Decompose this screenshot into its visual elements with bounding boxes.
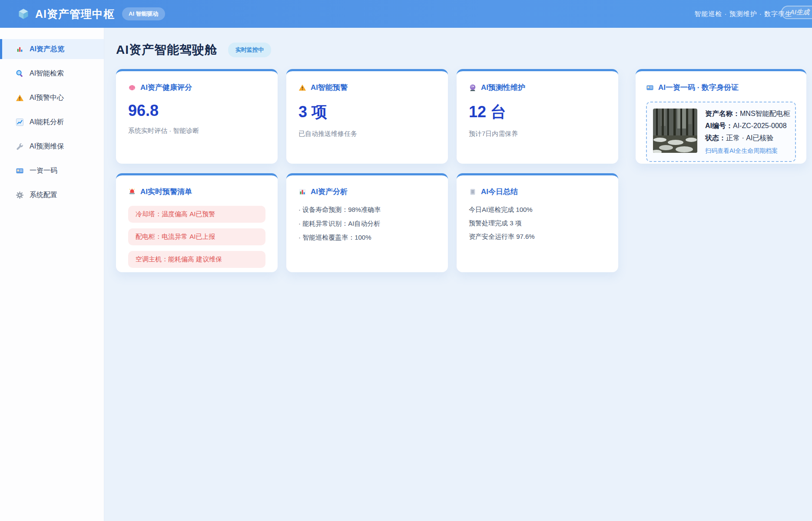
- app-title: AI资产管理中枢: [35, 7, 115, 21]
- card-title: AI一资一码 · 数字身份证: [646, 82, 796, 92]
- id-card-icon: [16, 167, 24, 175]
- analysis-item: 设备寿命预测：98%准确率: [298, 206, 436, 214]
- field-label: 状态：: [705, 134, 726, 142]
- health-score-card: AI资产健康评分 96.8 系统实时评估 · 智能诊断: [116, 69, 278, 164]
- sidebar-item-label: 一资一码: [30, 166, 57, 175]
- asset-analysis-card: AI资产分析 设备寿命预测：98%准确率 能耗异常识别：AI自动分析 智能巡检覆…: [286, 173, 448, 272]
- field-label: 资产名称：: [705, 110, 740, 117]
- card-title: AI今日总结: [469, 187, 606, 197]
- sidebar-item-system-config[interactable]: 系统配置: [0, 185, 104, 205]
- predictive-maintenance-card: AI预测性维护 12 台 预计7日内需保养: [457, 69, 618, 164]
- card-title-label: AI智能预警: [311, 82, 348, 92]
- card-title-label: AI资产分析: [311, 187, 348, 197]
- card-title-label: AI实时预警清单: [140, 187, 192, 197]
- identity-dashed-box: 资产名称：MNS智能配电柜 AI编号：AI-ZC-2025-0008 状态：正常…: [646, 102, 796, 162]
- brand: AI资产管理中枢 AI 智能驱动: [17, 7, 165, 21]
- cards-row-2: AI实时预警清单 冷却塔：温度偏高 AI已预警 配电柜：电流异常 AI已上报 空…: [116, 173, 812, 272]
- sidebar-item-asset-overview[interactable]: AI资产总览: [0, 39, 104, 59]
- bar-chart-icon: [16, 45, 24, 53]
- sidebar-item-label: AI资产总览: [30, 45, 64, 54]
- id-card-icon: [646, 84, 654, 92]
- daily-summary-card: AI今日总结 今日AI巡检完成 100% 预警处理完成 3 项 资产安全运行率 …: [457, 173, 618, 272]
- card-title-label: AI今日总结: [481, 187, 518, 197]
- ai-driven-badge: AI 智能驱动: [122, 7, 165, 20]
- page-title: AI资产智能驾驶舱: [116, 42, 217, 58]
- health-score-value: 96.8: [128, 102, 265, 120]
- analysis-item: 能耗异常识别：AI自动分析: [298, 220, 436, 228]
- warning-icon: [298, 84, 306, 92]
- asset-name-line: 资产名称：MNS智能配电柜: [705, 109, 790, 119]
- search-icon: [16, 69, 24, 78]
- card-title-label: AI预测性维护: [481, 82, 525, 92]
- lifecycle-archive-link[interactable]: 扫码查看AI全生命周期档案: [705, 147, 778, 155]
- field-value: MNS智能配电柜: [740, 110, 790, 117]
- header-tagline: 智能巡检 · 预测维护 · 数字孪生: [694, 10, 792, 18]
- gear-icon: [16, 191, 24, 199]
- sidebar-item-smart-search[interactable]: AI智能检索: [0, 63, 104, 83]
- summary-item: 今日AI巡检完成 100%: [469, 206, 606, 214]
- asset-status-line: 状态：正常 · AI已核验: [705, 134, 790, 143]
- digital-identity-card: AI一资一码 · 数字身份证 资产名称：MNS智能配电柜 AI编号：AI-ZC-…: [636, 69, 806, 164]
- maintenance-count-value: 12 台: [469, 102, 606, 123]
- bar-chart-icon: [298, 188, 306, 196]
- alert-list-item: 配电柜：电流异常 AI已上报: [128, 228, 265, 245]
- wrench-icon: [16, 142, 24, 151]
- sidebar-item-label: AI预测维保: [30, 142, 64, 151]
- page-header: AI资产智能驾驶舱 实时监控中: [116, 42, 812, 58]
- main-content: AI资产智能驾驶舱 实时监控中 AI资产健康评分 96.8 系统实时评估 · 智…: [104, 28, 812, 521]
- card-title: AI资产健康评分: [128, 82, 265, 92]
- sidebar-item-label: AI预警中心: [30, 93, 64, 102]
- chart-line-icon: [16, 118, 24, 126]
- asset-photo: [653, 109, 697, 153]
- sidebar-item-predictive-maintenance[interactable]: AI预测维保: [0, 136, 104, 156]
- alert-list-item: 冷却塔：温度偏高 AI已预警: [128, 206, 265, 223]
- realtime-alert-list-card: AI实时预警清单 冷却塔：温度偏高 AI已预警 配电柜：电流异常 AI已上报 空…: [116, 173, 278, 272]
- card-title: AI资产分析: [298, 187, 436, 197]
- health-score-subtitle: 系统实时评估 · 智能诊断: [128, 127, 265, 135]
- alert-count-value: 3 项: [298, 102, 436, 123]
- analysis-item: 智能巡检覆盖率：100%: [298, 234, 436, 242]
- sidebar-item-label: AI能耗分析: [30, 118, 64, 127]
- siren-icon: [128, 188, 136, 196]
- field-label: AI编号：: [705, 122, 733, 129]
- scroll-icon: [469, 188, 477, 196]
- card-title-label: AI一资一码 · 数字身份证: [658, 82, 739, 92]
- field-value: AI-ZC-2025-0008: [733, 122, 787, 129]
- identity-info: 资产名称：MNS智能配电柜 AI编号：AI-ZC-2025-0008 状态：正常…: [705, 109, 790, 155]
- sidebar-item-label: AI智能检索: [30, 69, 64, 78]
- sidebar-item-one-asset-one-code[interactable]: 一资一码: [0, 161, 104, 181]
- live-monitoring-badge: 实时监控中: [228, 43, 271, 57]
- field-value: 正常 · AI已核验: [726, 134, 773, 142]
- top-bar: AI资产管理中枢 AI 智能驱动 智能巡检 · 预测维护 · 数字孪生: [0, 0, 812, 28]
- cube-logo-icon: [17, 8, 30, 20]
- card-title-label: AI资产健康评分: [140, 82, 192, 92]
- warning-icon: [16, 94, 24, 102]
- summary-item: 资产安全运行率 97.6%: [469, 233, 606, 241]
- crystal-ball-icon: [469, 84, 477, 92]
- alert-list-item: 空调主机：能耗偏高 建议维保: [128, 251, 265, 268]
- card-title: AI预测性维护: [469, 82, 606, 92]
- brain-icon: [128, 84, 136, 92]
- sidebar-item-alert-center[interactable]: AI预警中心: [0, 88, 104, 108]
- sidebar-item-label: 系统配置: [30, 191, 57, 200]
- alert-subtitle: 已自动推送维修任务: [298, 130, 436, 138]
- card-title: AI实时预警清单: [128, 187, 265, 197]
- cards-row-1: AI资产健康评分 96.8 系统实时评估 · 智能诊断 AI智能预警 3 项 已…: [116, 69, 812, 164]
- maintenance-subtitle: 预计7日内需保养: [469, 130, 606, 138]
- ai-generated-watermark: AI生成: [781, 6, 812, 19]
- asset-id-line: AI编号：AI-ZC-2025-0008: [705, 122, 790, 131]
- summary-item: 预警处理完成 3 项: [469, 219, 606, 228]
- smart-alert-card: AI智能预警 3 项 已自动推送维修任务: [286, 69, 448, 164]
- sidebar: AI资产总览 AI智能检索 AI预警中心 AI能耗分析 AI预测维保: [0, 28, 104, 521]
- card-title: AI智能预警: [298, 82, 436, 92]
- sidebar-item-energy-analysis[interactable]: AI能耗分析: [0, 112, 104, 132]
